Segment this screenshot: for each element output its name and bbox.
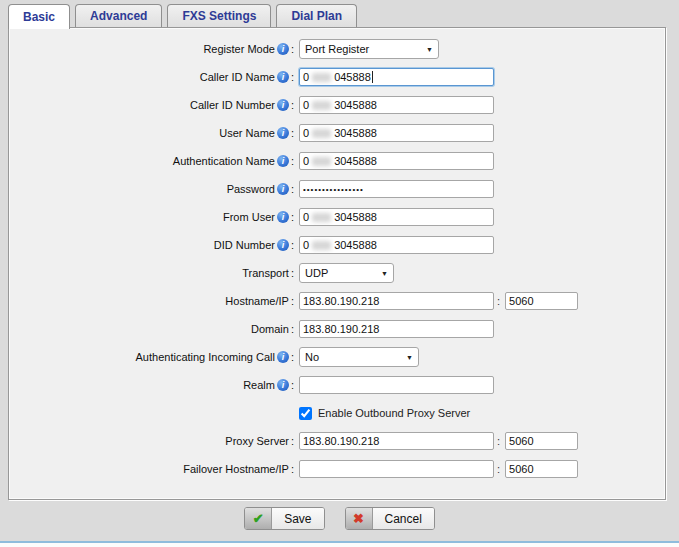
- basic-settings-panel: Register Mode i : Port Register ▼ Caller…: [8, 27, 666, 500]
- register-mode-value: Port Register: [305, 43, 369, 55]
- realm-label: Realm: [243, 379, 275, 391]
- enable-outbound-proxy-label: Enable Outbound Proxy Server: [318, 407, 470, 419]
- did-number-label: DID Number: [214, 239, 275, 251]
- redacted-smudge: [312, 73, 331, 82]
- proxy-server-row: Proxy Server : :: [9, 427, 665, 455]
- user-name-row: User Name i : 0 3045888: [9, 119, 665, 147]
- settings-tab-bar: Basic Advanced FXS Settings Dial Plan: [8, 4, 357, 29]
- chevron-down-icon: ▼: [406, 354, 413, 361]
- info-icon[interactable]: i: [277, 155, 289, 167]
- proxy-server-port-input[interactable]: [505, 432, 578, 450]
- failover-hostname-label: Failover Hostname/IP: [183, 463, 289, 475]
- password-row: Password i :: [9, 175, 665, 203]
- did-number-field[interactable]: 0 3045888: [299, 236, 494, 254]
- info-icon[interactable]: i: [277, 127, 289, 139]
- hostname-label: Hostname/IP: [225, 295, 289, 307]
- action-button-bar: ✔ Save ✖ Cancel: [0, 507, 679, 530]
- fxs-gateway-settings-page: { "tabs": { "basic": "Basic", "advanced"…: [0, 0, 679, 547]
- info-icon[interactable]: i: [277, 379, 289, 391]
- hostname-input[interactable]: [299, 292, 494, 310]
- tab-advanced[interactable]: Advanced: [75, 4, 162, 27]
- from-user-label: From User: [223, 211, 275, 223]
- redacted-smudge: [312, 129, 331, 138]
- proxy-server-input[interactable]: [299, 432, 494, 450]
- authenticating-incoming-call-value: No: [305, 351, 319, 363]
- tab-dial-plan[interactable]: Dial Plan: [276, 4, 357, 27]
- hostname-port-input[interactable]: [505, 292, 578, 310]
- chevron-down-icon: ▼: [426, 46, 433, 53]
- transport-row: Transport : UDP ▼: [9, 259, 665, 287]
- authenticating-incoming-call-label: Authenticating Incoming Call: [136, 351, 275, 363]
- caller-id-name-field[interactable]: 0 045888: [299, 68, 494, 86]
- from-user-row: From User i : 0 3045888: [9, 203, 665, 231]
- authentication-name-label: Authentication Name: [173, 155, 275, 167]
- basic-settings-form: Register Mode i : Port Register ▼ Caller…: [9, 28, 665, 483]
- authenticating-incoming-call-row: Authenticating Incoming Call i : No ▼: [9, 343, 665, 371]
- cancel-button[interactable]: ✖ Cancel: [345, 507, 435, 530]
- info-icon[interactable]: i: [277, 183, 289, 195]
- proxy-server-label: Proxy Server: [225, 435, 289, 447]
- info-icon[interactable]: i: [277, 239, 289, 251]
- transport-value: UDP: [305, 267, 328, 279]
- realm-input[interactable]: [299, 376, 494, 394]
- transport-select[interactable]: UDP ▼: [299, 263, 394, 283]
- enable-outbound-proxy-checkbox[interactable]: [299, 407, 312, 420]
- info-icon[interactable]: i: [277, 71, 289, 83]
- close-icon: ✖: [353, 511, 364, 526]
- failover-hostname-input[interactable]: [299, 460, 494, 478]
- register-mode-row: Register Mode i : Port Register ▼: [9, 35, 665, 63]
- caller-id-number-label: Caller ID Number: [190, 99, 275, 111]
- redacted-smudge: [312, 101, 331, 110]
- chevron-down-icon: ▼: [381, 270, 388, 277]
- tab-fxs-settings[interactable]: FXS Settings: [167, 4, 271, 27]
- password-input[interactable]: [299, 180, 494, 198]
- domain-input[interactable]: [299, 320, 494, 338]
- authentication-name-field[interactable]: 0 3045888: [299, 152, 494, 170]
- password-label: Password: [227, 183, 275, 195]
- info-icon[interactable]: i: [277, 211, 289, 223]
- domain-row: Domain :: [9, 315, 665, 343]
- user-name-label: User Name: [219, 127, 275, 139]
- did-number-row: DID Number i : 0 3045888: [9, 231, 665, 259]
- transport-label: Transport: [242, 267, 289, 279]
- info-icon[interactable]: i: [277, 43, 289, 55]
- text-caret: [372, 71, 373, 83]
- tab-basic[interactable]: Basic: [8, 4, 70, 29]
- save-button-label: Save: [272, 508, 323, 529]
- bottom-margin: [0, 543, 679, 547]
- redacted-smudge: [312, 157, 331, 166]
- hostname-row: Hostname/IP : :: [9, 287, 665, 315]
- check-icon: ✔: [253, 511, 264, 526]
- domain-label: Domain: [251, 323, 289, 335]
- register-mode-label: Register Mode: [203, 43, 275, 55]
- from-user-field[interactable]: 0 3045888: [299, 208, 494, 226]
- failover-hostname-row: Failover Hostname/IP : :: [9, 455, 665, 483]
- failover-port-input[interactable]: [505, 460, 578, 478]
- enable-outbound-proxy-row: Enable Outbound Proxy Server: [9, 399, 665, 427]
- info-icon[interactable]: i: [277, 351, 289, 363]
- cancel-button-label: Cancel: [373, 508, 434, 529]
- authentication-name-row: Authentication Name i : 0 3045888: [9, 147, 665, 175]
- info-icon[interactable]: i: [277, 99, 289, 111]
- register-mode-select[interactable]: Port Register ▼: [299, 39, 439, 59]
- redacted-smudge: [312, 241, 331, 250]
- caller-id-number-row: Caller ID Number i : 0 3045888: [9, 91, 665, 119]
- save-button[interactable]: ✔ Save: [244, 507, 324, 530]
- redacted-smudge: [312, 213, 331, 222]
- caller-id-number-field[interactable]: 0 3045888: [299, 96, 494, 114]
- realm-row: Realm i :: [9, 371, 665, 399]
- caller-id-name-label: Caller ID Name: [200, 71, 275, 83]
- authenticating-incoming-call-select[interactable]: No ▼: [299, 347, 419, 367]
- user-name-field[interactable]: 0 3045888: [299, 124, 494, 142]
- caller-id-name-row: Caller ID Name i : 0 045888: [9, 63, 665, 91]
